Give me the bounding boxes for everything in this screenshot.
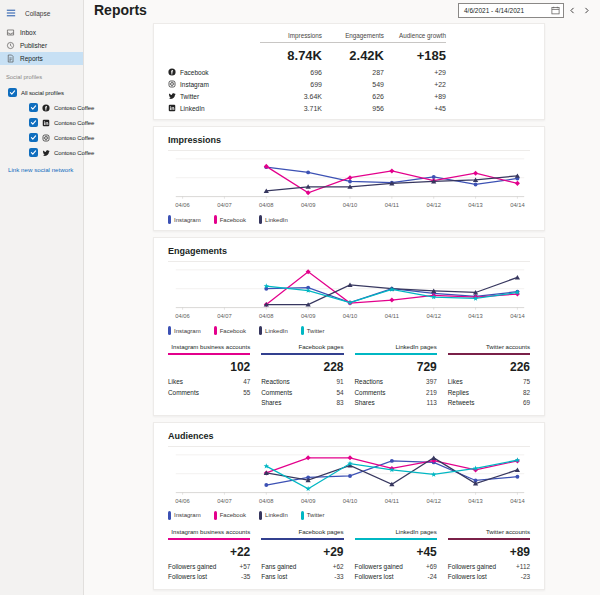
stats-metric-row: Fans lost-33 [261, 572, 343, 583]
stats-metric-row: Followers gained+57 [168, 562, 250, 573]
legend-item-twitter[interactable]: Twitter [301, 511, 325, 520]
previous-period-button[interactable] [567, 3, 578, 18]
main-area: Reports 4/6/2021 - 4/14/2021 Impressio [84, 0, 600, 595]
checkbox-checked[interactable] [29, 133, 38, 142]
legend-item-instagram[interactable]: Instagram [168, 511, 201, 520]
legend-label: Instagram [174, 217, 201, 223]
next-period-button[interactable] [581, 3, 592, 18]
facebook-icon [168, 68, 176, 76]
checkbox-checked[interactable] [8, 88, 17, 97]
all-social-profiles-item[interactable]: All social profiles [0, 85, 83, 100]
summary-cell-value: +22 [384, 81, 446, 88]
metric-value: 113 [427, 398, 437, 409]
x-axis-tick-label: 04/09 [301, 202, 316, 208]
engagements-section: Engagements 04/0604/0704/0804/0904/1004/… [153, 237, 545, 416]
profile-item-twitter[interactable]: Contoso Coffee [0, 145, 83, 160]
legend-item-facebook[interactable]: Facebook [214, 511, 246, 520]
profile-item-instagram[interactable]: Contoso Coffee [0, 130, 83, 145]
stats-metric-row: Comments219 [355, 388, 437, 399]
app-root: Collapse InboxPublisherReports Social pr… [0, 0, 600, 595]
stats-total-value: +22 [168, 540, 250, 562]
stats-metric-row: Followers gained+112 [448, 562, 530, 573]
date-controls: 4/6/2021 - 4/14/2021 [458, 3, 592, 18]
legend-marker-linkedin [259, 215, 262, 224]
metric-label: Followers gained [448, 562, 496, 573]
metric-value: -33 [334, 572, 343, 583]
collapse-button[interactable]: Collapse [0, 0, 83, 26]
stats-total-value: +89 [448, 540, 530, 562]
legend-marker-twitter [301, 326, 304, 335]
stats-column-instagram-business-accounts: Instagram business accounts+22Followers … [168, 528, 250, 583]
sidebar-item-publisher[interactable]: Publisher [0, 39, 83, 52]
stats-total-value: 226 [448, 355, 530, 377]
x-axis-tick-label: 04/08 [259, 497, 274, 503]
legend-label: Instagram [174, 328, 201, 334]
checkbox-checked[interactable] [29, 148, 38, 157]
legend-item-linkedin[interactable]: LinkedIn [259, 326, 288, 335]
checkbox-checked[interactable] [29, 118, 38, 127]
stats-column-linkedin-pages: LinkedIn pages+45Followers gained+69Foll… [355, 528, 437, 583]
metric-value: -24 [428, 572, 437, 583]
profiles-list: All social profilesContoso CoffeeContoso… [0, 85, 83, 160]
summary-cell-value: 3.71K [260, 105, 322, 112]
network-name: Instagram [180, 81, 209, 88]
impressions-chart: 04/0604/0704/0804/0904/1004/1104/1204/13… [168, 154, 532, 214]
stats-metric-row: Likes47 [168, 377, 250, 388]
summary-table: ImpressionsEngagementsAudience growth8.7… [168, 32, 446, 114]
checkbox-checked[interactable] [29, 103, 38, 112]
stats-column-twitter-accounts: Twitter accounts226Likes75Replies82Retwe… [448, 343, 530, 409]
legend-item-facebook[interactable]: Facebook [214, 326, 246, 335]
legend-item-instagram[interactable]: Instagram [168, 215, 201, 224]
legend-marker-instagram [168, 326, 171, 335]
summary-header-spacer [168, 36, 260, 39]
data-point-instagram [306, 170, 310, 174]
summary-card: ImpressionsEngagementsAudience growth8.7… [153, 23, 545, 120]
metric-label: Fans lost [261, 572, 287, 583]
metric-value: 69 [523, 398, 530, 409]
x-axis-tick-label: 04/07 [217, 202, 232, 208]
metric-value: 397 [426, 377, 437, 388]
profile-item-linkedin[interactable]: Contoso Coffee [0, 115, 83, 130]
sidebar-item-reports[interactable]: Reports [0, 52, 83, 65]
data-point-instagram [474, 183, 478, 187]
data-point-instagram [515, 474, 519, 478]
stats-column-linkedin-pages: LinkedIn pages729Reactions397Comments219… [355, 343, 437, 409]
legend-item-instagram[interactable]: Instagram [168, 326, 201, 335]
main-header: Reports 4/6/2021 - 4/14/2021 [84, 0, 600, 18]
profile-item-facebook[interactable]: Contoso Coffee [0, 100, 83, 115]
legend-item-facebook[interactable]: Facebook [214, 215, 246, 224]
stats-metric-row: Followers lost-23 [448, 572, 530, 583]
legend-item-twitter[interactable]: Twitter [301, 326, 325, 335]
metric-value: 83 [336, 398, 343, 409]
stats-metric-row: Likes75 [448, 377, 530, 388]
link-new-social-network[interactable]: Link new social network [0, 160, 83, 173]
x-axis-tick-label: 04/06 [175, 202, 190, 208]
stats-metric-row: Followers lost-24 [355, 572, 437, 583]
date-range-input[interactable]: 4/6/2021 - 4/14/2021 [458, 3, 564, 18]
x-axis-tick-label: 04/10 [343, 313, 358, 319]
date-range-value: 4/6/2021 - 4/14/2021 [464, 7, 524, 14]
metric-value: 82 [523, 388, 530, 399]
legend-item-linkedin[interactable]: LinkedIn [259, 511, 288, 520]
legend-marker-twitter [301, 511, 304, 520]
page-title: Reports [94, 2, 147, 18]
metric-label: Followers lost [168, 572, 207, 583]
data-point-facebook [473, 171, 478, 176]
metric-value: 219 [426, 388, 437, 399]
reports-icon [6, 54, 15, 63]
legend-label: Instagram [174, 512, 201, 518]
stats-metric-row: Fans gained+62 [261, 562, 343, 573]
content: ImpressionsEngagementsAudience growth8.7… [153, 18, 545, 595]
stats-column-facebook-pages: Facebook pages+29Fans gained+62Fans lost… [261, 528, 343, 583]
stats-column-header: Instagram business accounts [168, 343, 250, 355]
sidebar-item-inbox[interactable]: Inbox [0, 26, 83, 39]
instagram-icon [42, 134, 50, 142]
summary-total-value: 2.42K [322, 43, 384, 66]
legend-item-linkedin[interactable]: LinkedIn [259, 215, 288, 224]
x-axis-tick-label: 04/07 [217, 497, 232, 503]
x-axis-tick-label: 04/10 [343, 202, 358, 208]
legend-label: LinkedIn [265, 328, 288, 334]
metric-label: Followers gained [355, 562, 403, 573]
data-point-twitter [389, 287, 394, 292]
x-axis-tick-label: 04/13 [468, 497, 483, 503]
